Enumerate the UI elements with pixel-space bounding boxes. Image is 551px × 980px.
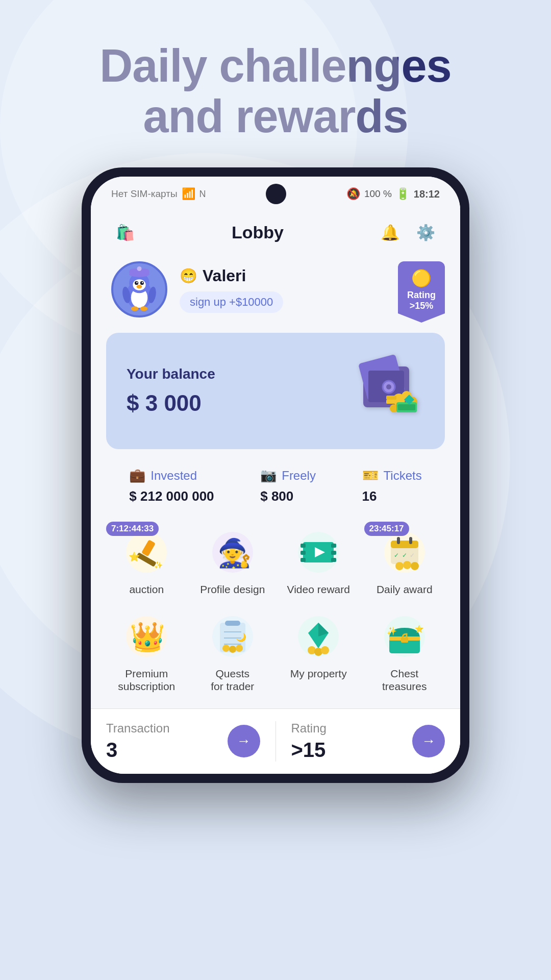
mute-icon: 🔕: [346, 187, 360, 201]
tickets-label: Tickets: [384, 469, 422, 483]
balance-amount: $ 3 000: [127, 390, 215, 416]
invested-label: Invested: [151, 469, 197, 483]
svg-point-57: [411, 562, 419, 570]
svg-text:👑: 👑: [130, 620, 165, 654]
transaction-section: Transaction 3: [106, 721, 217, 762]
profile-design-icon: 🧙: [207, 527, 258, 578]
auction-timer: 7:12:44:33: [106, 522, 159, 536]
status-left: Нет SIM-карты 📶 N: [111, 187, 206, 201]
video-reward-label: Video reward: [287, 583, 350, 596]
grid-item-my-property[interactable]: My property: [278, 606, 359, 698]
rating-label: Rating: [407, 290, 436, 301]
camera-notch: [266, 184, 286, 204]
quests-icon: 🌙: [207, 611, 258, 662]
svg-rect-30: [386, 396, 396, 400]
battery-percent: 100 %: [364, 188, 392, 200]
svg-text:✨: ✨: [154, 561, 163, 570]
stat-freely: 📷 Freely $ 800: [260, 468, 316, 504]
svg-point-76: [321, 646, 329, 654]
shop-icon: 🛍️: [116, 224, 135, 241]
rating-section-label: Rating: [291, 721, 403, 736]
balance-card: Your balance $ 3 000: [106, 333, 445, 449]
svg-text:🧙: 🧙: [217, 536, 252, 570]
svg-rect-51: [409, 537, 412, 544]
svg-point-12: [140, 306, 147, 311]
notification-button[interactable]: 🔔: [377, 218, 404, 246]
svg-rect-62: [225, 621, 240, 626]
svg-point-20: [386, 384, 391, 389]
svg-point-8: [137, 285, 142, 288]
svg-point-11: [131, 306, 138, 311]
grid-item-quests[interactable]: 🌙 Quests for trader: [192, 606, 273, 698]
wifi-icon: 📶: [182, 187, 195, 201]
svg-point-67: [222, 645, 230, 652]
shop-button[interactable]: 🛍️: [111, 218, 139, 246]
svg-rect-49: [391, 541, 418, 548]
svg-point-56: [403, 561, 411, 569]
tickets-icon: 🎫: [362, 468, 379, 483]
arrow-right-icon-2: →: [421, 733, 436, 749]
grid-item-profile-design[interactable]: 🧙 Profile design: [192, 522, 273, 601]
svg-rect-29: [386, 400, 396, 404]
svg-text:✓: ✓: [410, 552, 415, 559]
svg-text:⭐: ⭐: [129, 551, 140, 562]
auction-label: auction: [129, 583, 164, 596]
stats-row: 💼 Invested $ 212 000 000 📷 Freely $ 800: [91, 459, 460, 517]
transaction-arrow-button[interactable]: →: [228, 725, 260, 757]
svg-text:✓: ✓: [394, 552, 399, 559]
premium-icon: 👑: [121, 611, 172, 662]
svg-text:⭐: ⭐: [415, 625, 424, 633]
grid-item-daily-award[interactable]: 23:45:17 ✓: [364, 522, 445, 601]
svg-rect-44: [331, 551, 336, 555]
time-display: 18:12: [414, 188, 440, 200]
rating-badge: 🟡 Rating >15%: [398, 261, 445, 323]
settings-button[interactable]: ⚙️: [412, 218, 440, 246]
svg-rect-40: [300, 544, 306, 548]
avatar[interactable]: [111, 261, 167, 317]
top-bar: 🛍️ Lobby 🔔 ⚙️: [91, 208, 460, 251]
grid-item-chest[interactable]: ✨ ⭐ Chest treasures: [364, 606, 445, 698]
svg-rect-80: [401, 638, 408, 643]
quests-label: Quests for trader: [211, 667, 254, 693]
freely-value: $ 800: [260, 488, 316, 504]
daily-award-label: Daily award: [377, 583, 433, 596]
signup-badge[interactable]: sign up +$10000: [180, 291, 283, 313]
profile-emoji: 😁: [180, 267, 197, 284]
my-property-label: My property: [290, 667, 347, 680]
svg-point-55: [395, 562, 404, 570]
svg-point-15: [137, 266, 142, 271]
video-reward-icon: [293, 527, 344, 578]
svg-rect-50: [397, 537, 400, 544]
svg-point-7: [142, 282, 143, 283]
grid-item-premium[interactable]: 👑 Premium subscription: [106, 606, 187, 698]
invested-icon: 💼: [129, 468, 145, 483]
divider: [276, 721, 276, 762]
stat-tickets: 🎫 Tickets 16: [362, 468, 422, 504]
top-bar-actions: 🔔 ⚙️: [377, 218, 440, 246]
svg-text:✨: ✨: [387, 626, 397, 636]
invested-value: $ 212 000 000: [129, 488, 214, 504]
bottom-bar: Transaction 3 → Rating >15 →: [91, 708, 460, 774]
svg-point-6: [136, 282, 138, 283]
phone-mockup: Нет SIM-карты 📶 N 🔕 100 % 🔋 18:12: [82, 167, 469, 783]
svg-point-69: [236, 645, 243, 652]
profile-design-label: Profile design: [200, 583, 265, 596]
profile-section: 😁 Valeri sign up +$10000 🟡 Rating >15%: [91, 251, 460, 328]
svg-point-68: [229, 646, 236, 653]
transaction-value: 3: [106, 739, 217, 762]
hero-title: Daily challenges and rewards: [69, 0, 482, 167]
grid-item-auction[interactable]: 7:12:44:33 ⭐ ✨: [106, 522, 187, 601]
grid-item-video-reward[interactable]: Video reward: [278, 522, 359, 601]
rating-arrow-button[interactable]: →: [412, 725, 445, 757]
nfc-icon: N: [199, 189, 206, 200]
grid-row-1: 7:12:44:33 ⭐ ✨: [106, 522, 445, 601]
balance-label: Your balance: [127, 366, 215, 382]
settings-icon: ⚙️: [416, 224, 435, 241]
status-bar: Нет SIM-карты 📶 N 🔕 100 % 🔋 18:12: [91, 177, 460, 208]
svg-rect-27: [398, 404, 415, 410]
medal-icon: 🟡: [407, 268, 436, 288]
transaction-label: Transaction: [106, 721, 217, 736]
freely-label: Freely: [282, 469, 316, 483]
lobby-title: Lobby: [232, 223, 284, 242]
sim-text: Нет SIM-карты: [111, 188, 178, 200]
